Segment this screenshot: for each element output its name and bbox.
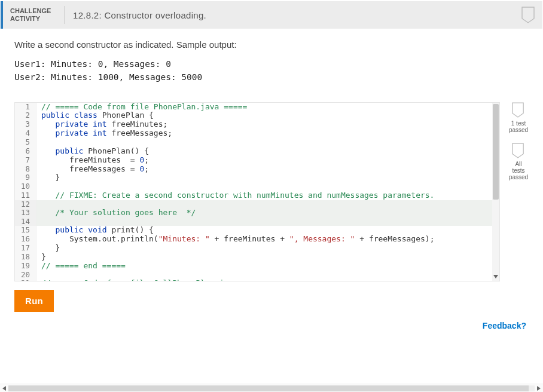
line-number: 4 — [15, 129, 36, 138]
run-button[interactable]: Run — [14, 290, 54, 312]
sample-line: User1: Minutes: 0, Messages: 0 — [14, 58, 529, 71]
activity-type-line1: CHALLENGE — [10, 7, 58, 15]
activity-type: CHALLENGE ACTIVITY — [10, 7, 58, 23]
code-text: // ===== Code from file CallPhonePlan.ja… — [36, 279, 499, 281]
activity-title: 12.8.2: Constructor overloading. — [73, 10, 206, 20]
code-line: 10 — [15, 182, 499, 191]
code-line: 19// ===== end ===== — [15, 262, 499, 271]
line-number: 6 — [15, 147, 36, 156]
badge-text: 1 test — [508, 120, 529, 127]
line-number: 12 — [15, 200, 36, 209]
line-number: 2 — [15, 111, 36, 120]
line-number: 1 — [15, 103, 36, 112]
code-text[interactable]: /* Your solution goes here */ — [36, 209, 499, 218]
line-number: 14 — [15, 218, 36, 226]
code-text: System.out.println("Minutes: " + freeMin… — [36, 235, 499, 244]
code-line: 18} — [15, 253, 499, 262]
header-divider — [64, 6, 65, 24]
scrollbar-thumb[interactable] — [493, 104, 499, 200]
code-text[interactable] — [36, 218, 499, 226]
line-number: 7 — [15, 156, 36, 165]
code-text: private int freeMessages; — [36, 129, 499, 138]
line-number: 10 — [15, 182, 36, 191]
chevron-right-icon[interactable] — [535, 384, 543, 392]
code-line: 17 } — [15, 244, 499, 253]
code-text: private int freeMinutes; — [36, 120, 499, 129]
line-number: 20 — [15, 271, 36, 279]
line-number: 8 — [15, 165, 36, 174]
code-text — [36, 271, 499, 279]
code-line: 1// ===== Code from file PhonePlan.java … — [15, 103, 499, 112]
line-number: 17 — [15, 244, 36, 253]
code-line: 6 public PhonePlan() { — [15, 147, 499, 156]
shield-icon — [511, 143, 526, 160]
code-text: public void print() { — [36, 226, 499, 235]
test-badge-all: All tests passed — [508, 143, 529, 180]
progress-shield-icon — [521, 7, 535, 23]
line-number: 11 — [15, 191, 36, 200]
code-line: 21// ===== Code from file CallPhonePlan.… — [15, 279, 499, 281]
line-number: 13 — [15, 209, 36, 218]
code-line: 9 } — [15, 173, 499, 182]
activity-type-line2: ACTIVITY — [10, 15, 58, 23]
code-line[interactable]: 14 — [15, 218, 499, 226]
code-line: 15 public void print() { — [15, 226, 499, 235]
shield-icon — [511, 102, 526, 119]
code-text: } — [36, 173, 499, 182]
badge-text: passed — [508, 174, 529, 180]
code-text: } — [36, 253, 499, 262]
line-number: 5 — [15, 138, 36, 146]
code-text[interactable] — [36, 200, 499, 209]
code-text: public class PhonePlan { — [36, 111, 499, 120]
code-text: freeMessages = 0; — [36, 165, 499, 174]
code-text: public PhonePlan() { — [36, 147, 499, 156]
code-line: 20 — [15, 271, 499, 279]
activity-header: CHALLENGE ACTIVITY 12.8.2: Constructor o… — [1, 1, 542, 29]
code-line: 11 // FIXME: Create a second constructor… — [15, 191, 499, 200]
prompt-text: Write a second constructor as indicated.… — [14, 39, 529, 50]
line-number: 3 — [15, 120, 36, 129]
code-line: 5 — [15, 138, 499, 146]
code-text: // FIXME: Create a second constructor wi… — [36, 191, 499, 200]
chevron-down-icon[interactable] — [492, 272, 499, 281]
badge-text: All tests — [508, 161, 529, 174]
code-line: 2public class PhonePlan { — [15, 111, 499, 120]
code-line: 3 private int freeMinutes; — [15, 120, 499, 129]
code-line[interactable]: 13 /* Your solution goes here */ — [15, 209, 499, 218]
badge-text: passed — [508, 127, 529, 133]
scrollbar-thumb[interactable] — [8, 385, 529, 391]
code-editor[interactable]: 1// ===== Code from file PhonePlan.java … — [14, 102, 500, 281]
code-text: freeMinutes = 0; — [36, 156, 499, 165]
code-line: 8 freeMessages = 0; — [15, 165, 499, 174]
code-text: // ===== Code from file PhonePlan.java =… — [36, 103, 499, 112]
code-text — [36, 138, 499, 146]
code-text: } — [36, 244, 499, 253]
test-badge-one: 1 test passed — [508, 102, 529, 133]
code-text: // ===== end ===== — [36, 262, 499, 271]
code-text — [36, 182, 499, 191]
line-number: 18 — [15, 253, 36, 262]
line-number: 21 — [15, 279, 36, 281]
line-number: 9 — [15, 173, 36, 182]
chevron-left-icon[interactable] — [0, 384, 8, 392]
vertical-scrollbar[interactable] — [492, 103, 499, 281]
test-badges-sidebar: 1 test passed All tests passed — [500, 102, 529, 281]
code-line: 4 private int freeMessages; — [15, 129, 499, 138]
feedback-area: Feedback? — [14, 320, 529, 331]
line-number: 16 — [15, 235, 36, 244]
horizontal-scrollbar[interactable] — [0, 384, 543, 392]
line-number: 15 — [15, 226, 36, 235]
feedback-link[interactable]: Feedback? — [483, 321, 526, 330]
code-line: 7 freeMinutes = 0; — [15, 156, 499, 165]
sample-line: User2: Minutes: 1000, Messages: 5000 — [14, 71, 529, 84]
sample-output: User1: Minutes: 0, Messages: 0 User2: Mi… — [14, 58, 529, 84]
code-line[interactable]: 12 — [15, 200, 499, 209]
line-number: 19 — [15, 262, 36, 271]
code-line: 16 System.out.println("Minutes: " + free… — [15, 235, 499, 244]
